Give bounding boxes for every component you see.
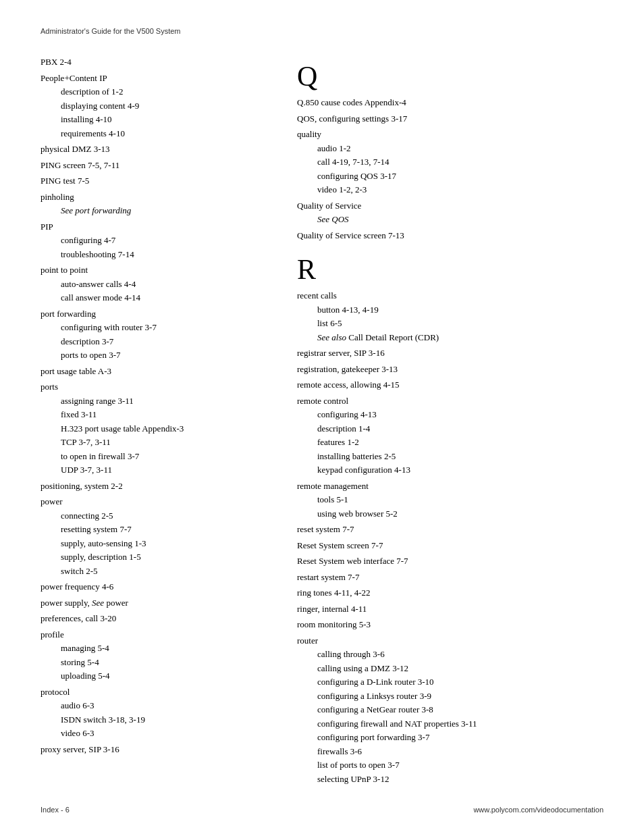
entry-port-forwarding: port forwarding configuring with router … bbox=[41, 307, 270, 362]
entry-ringer-internal: ringer, internal 4-11 bbox=[297, 602, 603, 616]
entry-main: PING screen 7-5, 7-11 bbox=[41, 159, 270, 172]
entry-proxy-server: proxy server, SIP 3-16 bbox=[41, 743, 270, 756]
entry-sub: features 1-2 bbox=[297, 436, 603, 449]
entry-quality-of-service: Quality of Service See QOS bbox=[297, 199, 603, 226]
entry-main: room monitoring 5-3 bbox=[297, 618, 603, 631]
entry-sub: calling using a DMZ 3-12 bbox=[297, 662, 603, 675]
entry-q850: Q.850 cause codes Appendix-4 bbox=[297, 96, 603, 109]
entry-sub: using web browser 5-2 bbox=[297, 507, 603, 521]
entry-sub: configuring QOS 3-17 bbox=[297, 170, 603, 183]
entry-protocol: protocol audio 6-3 ISDN switch 3-18, 3-1… bbox=[41, 685, 270, 740]
entry-main: power frequency 4-6 bbox=[41, 580, 270, 594]
page-header: Administrator's Guide for the V500 Syste… bbox=[41, 27, 603, 35]
entry-main: PING test 7-5 bbox=[41, 174, 270, 188]
entry-sub: requirements 4-10 bbox=[41, 127, 270, 140]
entry-reset-system-screen: Reset System screen 7-7 bbox=[297, 539, 603, 552]
entry-main: ringer, internal 4-11 bbox=[297, 602, 603, 616]
entry-sub: description of 1-2 bbox=[41, 85, 270, 99]
entry-quality-of-service-screen: Quality of Service screen 7-13 bbox=[297, 229, 603, 242]
entry-reset-system-web: Reset System web interface 7-7 bbox=[297, 554, 603, 568]
entry-registration-gatekeeper: registration, gatekeeper 3-13 bbox=[297, 363, 603, 376]
entry-sub: selecting UPnP 3-12 bbox=[297, 773, 603, 786]
left-column: PBX 2-4 People+Content IP description of… bbox=[41, 55, 270, 758]
entry-main: Quality of Service bbox=[297, 199, 603, 213]
entry-quality: quality audio 1-2 call 4-19, 7-13, 7-14 … bbox=[297, 128, 603, 197]
entry-sub: installing 4-10 bbox=[41, 113, 270, 126]
entry-sub: displaying content 4-9 bbox=[41, 99, 270, 113]
content-columns: PBX 2-4 People+Content IP description of… bbox=[41, 55, 603, 799]
entry-power-supply: power supply, See power bbox=[41, 596, 270, 610]
entry-pinholing: pinholing See port forwarding bbox=[41, 190, 270, 217]
entry-sub: configuring with router 3-7 bbox=[41, 321, 270, 334]
entry-sub: storing 5-4 bbox=[41, 656, 270, 669]
entry-sub: calling through 3-6 bbox=[297, 648, 603, 661]
entry-room-monitoring: room monitoring 5-3 bbox=[297, 618, 603, 631]
entry-preferences-call: preferences, call 3-20 bbox=[41, 612, 270, 625]
entry-remote-management: remote management tools 5-1 using web br… bbox=[297, 479, 603, 521]
entry-sub: configuring a D-Link router 3-10 bbox=[297, 675, 603, 689]
entry-main: point to point bbox=[41, 263, 270, 277]
entry-sub: list 6-5 bbox=[297, 317, 603, 330]
entry-main: pinholing bbox=[41, 190, 270, 204]
entry-main: power supply, See power bbox=[41, 596, 270, 610]
entry-sub: configuring 4-13 bbox=[297, 408, 603, 421]
entry-sub: troubleshooting 7-14 bbox=[41, 248, 270, 261]
section-letter-R: R bbox=[297, 255, 603, 284]
entry-physical-dmz: physical DMZ 3-13 bbox=[41, 142, 270, 156]
entry-main: protocol bbox=[41, 685, 270, 699]
entry-sub: description 1-4 bbox=[297, 422, 603, 436]
entry-main: physical DMZ 3-13 bbox=[41, 142, 270, 156]
section-R: R recent calls button 4-13, 4-19 list 6-… bbox=[297, 255, 603, 785]
entry-main: restart system 7-7 bbox=[297, 571, 603, 584]
entry-main: reset system 7-7 bbox=[297, 523, 603, 536]
header-text: Administrator's Guide for the V500 Syste… bbox=[41, 27, 181, 35]
entry-sub: call 4-19, 7-13, 7-14 bbox=[297, 155, 603, 169]
entry-ring-tones: ring tones 4-11, 4-22 bbox=[297, 586, 603, 600]
entry-PBX: PBX 2-4 bbox=[41, 55, 270, 69]
entry-recent-calls: recent calls button 4-13, 4-19 list 6-5 … bbox=[297, 289, 603, 344]
footer-left: Index - 6 bbox=[41, 806, 70, 814]
entry-sub: ISDN switch 3-18, 3-19 bbox=[41, 713, 270, 727]
entry-sub: assigning range 3-11 bbox=[41, 394, 270, 408]
entry-sub: ports to open 3-7 bbox=[41, 348, 270, 362]
entry-see: See QOS bbox=[297, 213, 603, 226]
entry-sub: resetting system 7-7 bbox=[41, 523, 270, 536]
entry-sub: TCP 3-7, 3-11 bbox=[41, 436, 270, 449]
entry-reset-system: reset system 7-7 bbox=[297, 523, 603, 536]
entry-main: power bbox=[41, 495, 270, 509]
entry-ports: ports assigning range 3-11 fixed 3-11 H.… bbox=[41, 380, 270, 477]
entry-sub: See also Call Detail Report (CDR) bbox=[297, 331, 603, 344]
entry-main: Reset System web interface 7-7 bbox=[297, 554, 603, 568]
entry-remote-access: remote access, allowing 4-15 bbox=[297, 378, 603, 392]
entry-positioning: positioning, system 2-2 bbox=[41, 479, 270, 493]
entry-sub: connecting 2-5 bbox=[41, 509, 270, 523]
entry-main: remote control bbox=[297, 394, 603, 408]
entry-see: See port forwarding bbox=[41, 204, 270, 217]
section-letter-Q: Q bbox=[297, 62, 603, 90]
entry-sub: keypad configuration 4-13 bbox=[297, 463, 603, 477]
entry-sub: tools 5-1 bbox=[297, 493, 603, 506]
entry-registrar-server: registrar server, SIP 3-16 bbox=[297, 346, 603, 360]
entry-sub: to open in firewall 3-7 bbox=[41, 450, 270, 463]
entry-main: remote access, allowing 4-15 bbox=[297, 378, 603, 392]
entry-main: Reset System screen 7-7 bbox=[297, 539, 603, 552]
entry-sub: list of ports to open 3-7 bbox=[297, 758, 603, 772]
entry-main: port usage table A-3 bbox=[41, 365, 270, 378]
entry-remote-control: remote control configuring 4-13 descript… bbox=[297, 394, 603, 477]
entry-sub: audio 6-3 bbox=[41, 699, 270, 712]
entry-sub: configuring a NetGear router 3-8 bbox=[297, 703, 603, 716]
entry-main: quality bbox=[297, 128, 603, 141]
page: Administrator's Guide for the V500 Syste… bbox=[0, 0, 644, 834]
entry-router: router calling through 3-6 calling using… bbox=[297, 634, 603, 786]
entry-main: router bbox=[297, 634, 603, 648]
entry-main: Quality of Service screen 7-13 bbox=[297, 229, 603, 242]
entry-power: power connecting 2-5 resetting system 7-… bbox=[41, 495, 270, 577]
entry-power-frequency: power frequency 4-6 bbox=[41, 580, 270, 594]
entry-sub: audio 1-2 bbox=[297, 142, 603, 155]
entry-sub: supply, description 1-5 bbox=[41, 550, 270, 564]
entry-ping-test: PING test 7-5 bbox=[41, 174, 270, 188]
entry-main: proxy server, SIP 3-16 bbox=[41, 743, 270, 756]
entry-main: recent calls bbox=[297, 289, 603, 303]
entry-pip: PIP configuring 4-7 troubleshooting 7-14 bbox=[41, 220, 270, 261]
entry-main: positioning, system 2-2 bbox=[41, 479, 270, 493]
